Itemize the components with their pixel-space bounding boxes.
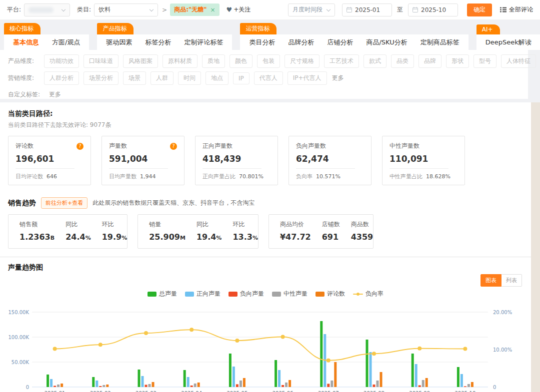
legend-item-评论数[interactable]: 评论数	[316, 290, 345, 298]
top-header: 平台: 类目: 饮料 > 商品:"无糖" × ♥ +关注 月度时间段 2025-…	[0, 0, 540, 20]
bar-series-负向声量	[54, 384, 466, 388]
goto-analysis-button[interactable]: 前往分析+查看	[41, 197, 88, 209]
nav-item[interactable]: 基本信息	[13, 38, 39, 47]
metric-value: 196,601	[16, 154, 84, 164]
more-link[interactable]: 更多	[49, 90, 61, 99]
nav-group-tab[interactable]: 运营指标	[240, 23, 276, 34]
toggle-chart-view[interactable]: 图表	[480, 274, 502, 287]
legend-item-负向率[interactable]: 负向率	[353, 290, 384, 298]
filter-chip[interactable]: 人体特征	[501, 54, 536, 68]
follow-button[interactable]: ♥ +关注	[226, 5, 251, 14]
nav-group: AI+ DeepSeek解读	[476, 24, 540, 50]
filter-chip[interactable]: 颜色	[230, 54, 252, 68]
filter-chips: 功能功效口味味道风格图案原料材质质地颜色包装尺寸规格工艺技术款式品类品牌形状型号…	[44, 54, 540, 68]
sales-metric-label: 店铺数	[322, 220, 340, 229]
filter-chip[interactable]: 型号	[474, 54, 496, 68]
filter-chip[interactable]: 口味味道	[84, 54, 118, 68]
nav-group-tab[interactable]: 核心指标	[4, 23, 40, 34]
tag-close-icon[interactable]: ×	[210, 6, 215, 13]
filter-chip[interactable]: 时间	[178, 71, 201, 85]
filter-chip[interactable]: 人群分析	[44, 71, 79, 85]
nav-item[interactable]: 定制评论标签	[184, 38, 223, 47]
nav-item[interactable]: 标签分析	[145, 38, 171, 47]
filter-chip[interactable]: 质地	[202, 54, 225, 68]
bar	[320, 321, 322, 387]
volume-trend-chart[interactable]: 050.00K100.00K150.00K010.00%20.00%2025-0…	[8, 301, 523, 392]
nav-item[interactable]: 商品/SKU分析	[366, 38, 407, 47]
filter-chip[interactable]: 功能功效	[44, 54, 79, 68]
filter-chip[interactable]: 原料材质	[162, 54, 198, 68]
filter-chip[interactable]: 风格图案	[123, 54, 158, 68]
platform-select[interactable]	[24, 3, 70, 16]
nav-item[interactable]: 品牌分析	[288, 38, 314, 47]
toggle-list-view[interactable]: 列表	[502, 274, 522, 287]
bar	[142, 376, 144, 387]
nav-item[interactable]: 驱动因素	[106, 38, 132, 47]
sales-metric-value: 4359	[351, 232, 374, 242]
sales-metric: 销量 25.909M	[138, 220, 186, 242]
filter-chip[interactable]: 场景分析	[84, 71, 118, 85]
sales-metric-label: 同比	[66, 220, 91, 229]
legend-item-正向声量[interactable]: 正向声量	[185, 290, 220, 298]
metric-foot-value: 10.571%	[316, 173, 340, 180]
filter-chip[interactable]: 场景	[123, 71, 146, 85]
filter-chip[interactable]: 地点	[206, 71, 228, 85]
filter-chip[interactable]: 形状	[446, 54, 469, 68]
bar	[232, 367, 235, 387]
date-start-input[interactable]: 2025-01	[342, 3, 392, 16]
bar	[229, 354, 232, 387]
metric-card: 负向声量数 ? 62,474 负向率10.571%	[288, 136, 372, 185]
nav-item[interactable]: 店铺分析	[327, 38, 353, 47]
bar	[376, 381, 379, 387]
legend-item-负向声量[interactable]: 负向声量	[228, 290, 264, 298]
filter-chip[interactable]: 工艺技术	[324, 54, 359, 68]
line-point	[144, 331, 148, 335]
legend-item-总声量[interactable]: 总声量	[148, 290, 177, 298]
filter-chip[interactable]: 尺寸规格	[284, 54, 320, 68]
filter-row-label: 产品维度:	[8, 57, 44, 65]
metric-divider	[296, 168, 355, 169]
metric-foot-value: 646	[46, 173, 57, 180]
filter-chip[interactable]: 人群	[150, 71, 174, 85]
nav-item[interactable]: DeepSeek解读	[486, 38, 532, 47]
metric-footer: 正向声量占比70.801%	[202, 173, 270, 180]
category-select[interactable]: 饮料	[94, 3, 158, 16]
confirm-button[interactable]: 确定	[467, 3, 492, 16]
nav-item[interactable]: 类目分析	[249, 38, 275, 47]
more-link[interactable]: 更多	[332, 74, 344, 82]
keyword-filter-tag[interactable]: 商品:"无糖" ×	[170, 3, 219, 16]
bar	[46, 375, 49, 387]
list-icon	[500, 7, 506, 12]
filter-chip[interactable]: 包装	[257, 54, 280, 68]
filter-chip[interactable]: 品牌	[418, 54, 442, 68]
bar	[274, 360, 277, 387]
filter-chip[interactable]: 代言人	[254, 71, 283, 85]
nav-item[interactable]: 定制商品标签	[420, 38, 460, 47]
nav-item[interactable]: 方面/观点	[52, 38, 80, 47]
date-end-input[interactable]: 2025-10	[408, 3, 458, 16]
all-comments-button[interactable]: 全部评论	[500, 5, 533, 14]
bar	[418, 386, 421, 388]
filter-chip[interactable]: IP	[233, 72, 250, 84]
filter-chip[interactable]: 款式	[364, 54, 386, 68]
legend-item-中性声量[interactable]: 中性声量	[272, 290, 308, 298]
line-point	[372, 352, 376, 356]
filter-chip[interactable]: IP+代言人	[288, 71, 327, 85]
filter-panel: 产品维度: 功能功效口味味道风格图案原料材质质地颜色包装尺寸规格工艺技术款式品类…	[0, 50, 528, 99]
filter-chip[interactable]: 品类	[391, 54, 414, 68]
period-type-select[interactable]: 月度时间段	[288, 3, 335, 16]
help-icon[interactable]: ?	[170, 143, 177, 150]
platform-value-redacted	[28, 7, 54, 13]
nav-group-tab[interactable]: AI+	[476, 24, 500, 34]
nav-group-items: 基本信息方面/观点	[4, 34, 89, 50]
metric-card: 声量数 ? 591,004 日均声量数1,944	[102, 136, 184, 185]
category-label: 类目:	[77, 5, 91, 14]
bar	[145, 385, 148, 388]
sales-metric-unit: %	[122, 235, 127, 241]
nav-group-tab[interactable]: 产品指标	[97, 23, 134, 34]
left-axis-tick: 50.00K	[12, 360, 30, 365]
sales-metric-label: 商品均价	[280, 220, 311, 229]
help-icon[interactable]: ?	[76, 143, 84, 150]
nav-tab-groups: 核心指标 基本信息方面/观点 产品指标 驱动因素标签分析定制评论标签 运营指标 …	[4, 23, 540, 50]
legend-bar-swatch	[148, 292, 156, 297]
